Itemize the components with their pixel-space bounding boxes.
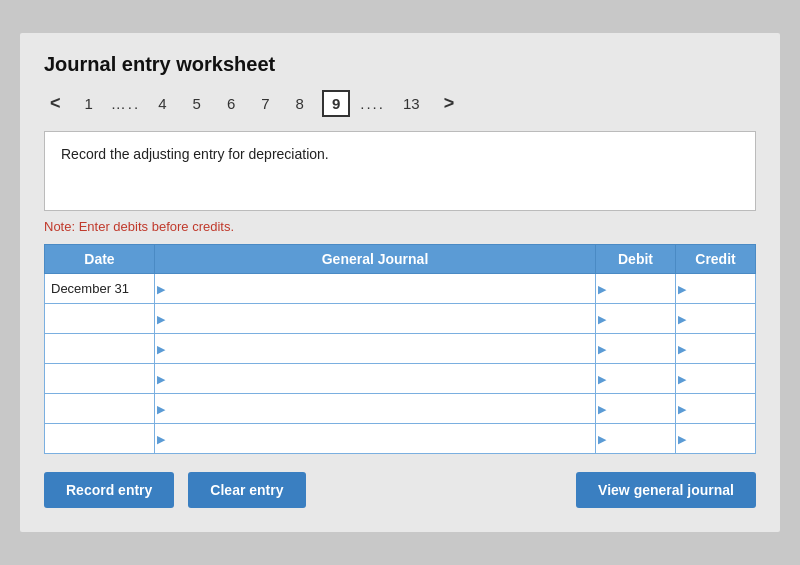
debit-input-2[interactable]: [596, 304, 675, 333]
credit-cell-2[interactable]: [676, 304, 756, 334]
record-entry-button[interactable]: Record entry: [44, 472, 174, 508]
credit-input-5[interactable]: [676, 394, 755, 423]
date-cell-2: [45, 304, 155, 334]
credit-cell-1[interactable]: [676, 274, 756, 304]
debit-input-4[interactable]: [596, 364, 675, 393]
view-journal-button[interactable]: View general journal: [576, 472, 756, 508]
journal-cell-5[interactable]: [155, 394, 596, 424]
debit-cell-2[interactable]: [596, 304, 676, 334]
table-row: [45, 304, 756, 334]
credit-input-3[interactable]: [676, 334, 755, 363]
instruction-box: Record the adjusting entry for depreciat…: [44, 131, 756, 211]
debit-input-3[interactable]: [596, 334, 675, 363]
credit-cell-3[interactable]: [676, 334, 756, 364]
credit-cell-6[interactable]: [676, 424, 756, 454]
journal-cell-3[interactable]: [155, 334, 596, 364]
journal-input-5[interactable]: [155, 394, 595, 423]
date-cell-4: [45, 364, 155, 394]
col-debit: Debit: [596, 245, 676, 274]
table-row: [45, 394, 756, 424]
journal-cell-4[interactable]: [155, 364, 596, 394]
credit-cell-4[interactable]: [676, 364, 756, 394]
clear-entry-button[interactable]: Clear entry: [188, 472, 305, 508]
page-5[interactable]: 5: [185, 92, 209, 115]
debit-input-5[interactable]: [596, 394, 675, 423]
credit-input-2[interactable]: [676, 304, 755, 333]
col-credit: Credit: [676, 245, 756, 274]
col-general-journal: General Journal: [155, 245, 596, 274]
journal-input-4[interactable]: [155, 364, 595, 393]
debit-cell-3[interactable]: [596, 334, 676, 364]
dots-right: ....: [360, 95, 385, 112]
journal-input-6[interactable]: [155, 424, 595, 453]
page-4[interactable]: 4: [150, 92, 174, 115]
journal-cell-2[interactable]: [155, 304, 596, 334]
dots-left: …..: [111, 95, 140, 112]
debit-cell-6[interactable]: [596, 424, 676, 454]
debit-input-6[interactable]: [596, 424, 675, 453]
date-cell-5: [45, 394, 155, 424]
credit-input-6[interactable]: [676, 424, 755, 453]
debit-cell-5[interactable]: [596, 394, 676, 424]
date-cell-1: December 31: [45, 274, 155, 304]
page-title: Journal entry worksheet: [44, 53, 756, 76]
table-row: [45, 424, 756, 454]
journal-input-1[interactable]: [155, 274, 595, 303]
date-cell-6: [45, 424, 155, 454]
journal-cell-6[interactable]: [155, 424, 596, 454]
credit-cell-5[interactable]: [676, 394, 756, 424]
page-7[interactable]: 7: [253, 92, 277, 115]
prev-page-button[interactable]: <: [44, 91, 67, 116]
journal-input-3[interactable]: [155, 334, 595, 363]
next-page-button[interactable]: >: [438, 91, 461, 116]
journal-input-2[interactable]: [155, 304, 595, 333]
debit-cell-1[interactable]: [596, 274, 676, 304]
credit-input-1[interactable]: [676, 274, 755, 303]
instruction-text: Record the adjusting entry for depreciat…: [61, 146, 329, 162]
debit-input-1[interactable]: [596, 274, 675, 303]
table-row: December 31: [45, 274, 756, 304]
buttons-row: Record entry Clear entry View general jo…: [44, 472, 756, 508]
page-8[interactable]: 8: [288, 92, 312, 115]
page-6[interactable]: 6: [219, 92, 243, 115]
page-13[interactable]: 13: [395, 92, 428, 115]
date-cell-3: [45, 334, 155, 364]
journal-cell-1[interactable]: [155, 274, 596, 304]
note-text: Note: Enter debits before credits.: [44, 219, 756, 234]
pagination: < 1 ….. 4 5 6 7 8 9 .... 13 >: [44, 90, 756, 117]
table-row: [45, 364, 756, 394]
debit-cell-4[interactable]: [596, 364, 676, 394]
page-1[interactable]: 1: [77, 92, 101, 115]
page-9[interactable]: 9: [322, 90, 350, 117]
credit-input-4[interactable]: [676, 364, 755, 393]
col-date: Date: [45, 245, 155, 274]
main-container: Journal entry worksheet < 1 ….. 4 5 6 7 …: [20, 33, 780, 532]
journal-table: Date General Journal Debit Credit Decemb…: [44, 244, 756, 454]
table-row: [45, 334, 756, 364]
